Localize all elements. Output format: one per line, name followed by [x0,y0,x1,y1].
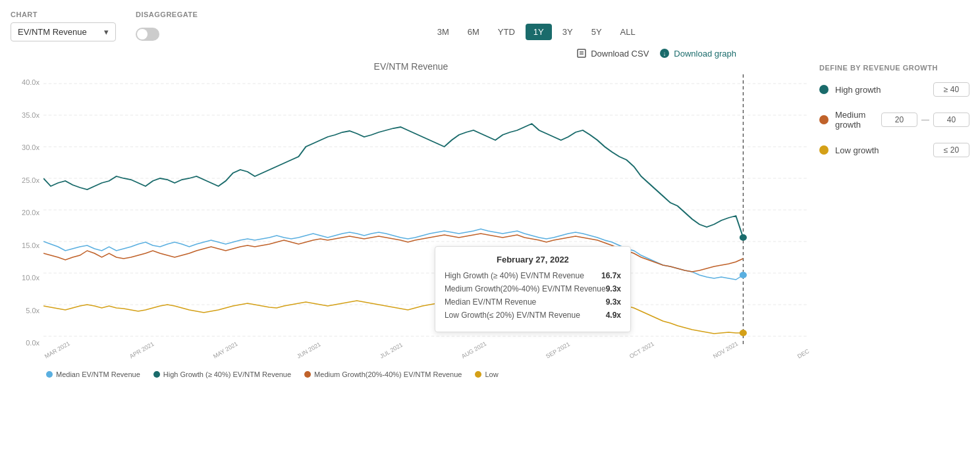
download-graph-label: Download graph [674,49,736,59]
medium-growth-range: 20 — 40 [881,113,969,127]
medium-growth-max-box[interactable]: 40 [933,113,969,127]
disaggregate-label: DISAGGREGATE [136,11,198,18]
low-growth-range: ≤ 20 [933,143,969,157]
y-label-15: 15.0x [13,241,40,249]
legend-median-label: Median EV/NTM Revenue [56,370,140,378]
low-growth-line [43,298,743,334]
chevron-down-icon: ▾ [104,27,109,37]
chart-select-value: EV/NTM Revenue [18,27,87,37]
legend-low-label: Low [485,370,498,378]
y-label-0: 0.0x [13,339,40,347]
high-growth-endpoint [740,234,747,241]
time-btn-3m[interactable]: 3M [429,24,457,40]
legend-high: High Growth (≥ 40%) EV/NTM Revenue [153,370,291,378]
time-btn-1y[interactable]: 1Y [526,24,552,40]
low-growth-endpoint [740,330,747,336]
median-endpoint [740,272,747,278]
chart-svg [43,74,809,351]
legend-median: Median EV/NTM Revenue [46,370,140,378]
tooltip-high-value: 16.7x [601,271,621,280]
tooltip-median-label: Median EV/NTM Revenue [445,297,536,307]
time-buttons-group: 3M 6M YTD 1Y 3Y 5Y ALL [429,24,643,40]
y-label-10: 10.0x [13,274,40,282]
chart-legend: Median EV/NTM Revenue High Growth (≥ 40%… [13,370,809,378]
y-label-40: 40.0x [13,78,40,86]
low-growth-range-box[interactable]: ≤ 20 [933,143,969,157]
growth-item-low: Low growth ≤ 20 [819,143,969,157]
legend-high-dot [153,371,160,378]
medium-growth-label: Medium growth [835,110,875,130]
svg-text:↓: ↓ [663,50,667,57]
time-btn-ytd[interactable]: YTD [490,24,523,40]
high-growth-range-box[interactable]: ≥ 40 [933,82,969,97]
median-line [43,229,743,280]
low-growth-dot [819,145,829,155]
time-btn-6m[interactable]: 6M [460,24,487,40]
tooltip-median-value: 9.3x [606,297,621,307]
panel-title: DEFINE BY REVENUE GROWTH [819,64,969,72]
download-graph-button[interactable]: ↓ Download graph [659,48,736,59]
svg-rect-0 [578,49,585,57]
download-csv-label: Download CSV [591,49,649,59]
download-csv-button[interactable]: Download CSV [576,48,649,59]
time-btn-3y[interactable]: 3Y [555,24,581,40]
legend-low-dot [475,371,481,378]
high-growth-dot [819,85,829,94]
high-growth-range: ≥ 40 [933,82,969,97]
toggle-knob [137,29,148,39]
legend-high-label: High Growth (≥ 40%) EV/NTM Revenue [163,370,291,378]
high-growth-label: High growth [835,85,927,95]
medium-growth-line [43,234,743,272]
legend-medium-label: Medium Growth(20%-40%) EV/NTM Revenue [314,370,462,378]
tooltip-row-low: Low Growth(≤ 20%) EV/NTM Revenue 4.9x [445,311,621,320]
chart-label: CHART [11,11,116,18]
tooltip-row-medium: Medium Growth(20%-40%) EV/NTM Revenue 9.… [445,284,621,293]
chart-title: EV/NTM Revenue [13,61,809,72]
tooltip-medium-label: Medium Growth(20%-40%) EV/NTM Revenue [445,284,606,293]
y-label-30: 30.0x [13,143,40,151]
legend-low: Low [475,370,498,378]
disaggregate-toggle[interactable] [136,28,159,41]
tooltip-title: February 27, 2022 [445,255,621,265]
low-growth-label: Low growth [835,145,927,155]
medium-growth-dash: — [921,115,929,124]
download-graph-icon: ↓ [659,48,670,59]
legend-median-dot [46,371,53,378]
y-label-35: 35.0x [13,111,40,119]
y-label-5: 5.0x [13,307,40,315]
tooltip-high-label: High Growth (≥ 40%) EV/NTM Revenue [445,271,584,280]
download-csv-icon [576,48,587,59]
y-label-25: 25.0x [13,176,40,184]
high-growth-line [43,124,743,238]
legend-medium: Medium Growth(20%-40%) EV/NTM Revenue [304,370,462,378]
chart-select[interactable]: EV/NTM Revenue ▾ [11,22,116,41]
time-btn-all[interactable]: ALL [612,24,643,40]
time-btn-5y[interactable]: 5Y [584,24,610,40]
tooltip-medium-value: 9.3x [606,284,621,293]
right-panel: DEFINE BY REVENUE GROWTH High growth ≥ 4… [809,61,980,378]
growth-item-medium: Medium growth 20 — 40 [819,110,969,130]
growth-item-high: High growth ≥ 40 [819,82,969,97]
y-label-20: 20.0x [13,209,40,216]
medium-growth-dot [819,115,829,124]
medium-growth-min-box[interactable]: 20 [881,113,917,127]
tooltip-row-median: Median EV/NTM Revenue 9.3x [445,297,621,307]
tooltip-row-high: High Growth (≥ 40%) EV/NTM Revenue 16.7x [445,271,621,280]
tooltip-low-label: Low Growth(≤ 20%) EV/NTM Revenue [445,311,580,320]
legend-medium-dot [304,371,311,378]
tooltip-low-value: 4.9x [606,311,621,320]
chart-tooltip: February 27, 2022 High Growth (≥ 40%) EV… [435,246,631,332]
